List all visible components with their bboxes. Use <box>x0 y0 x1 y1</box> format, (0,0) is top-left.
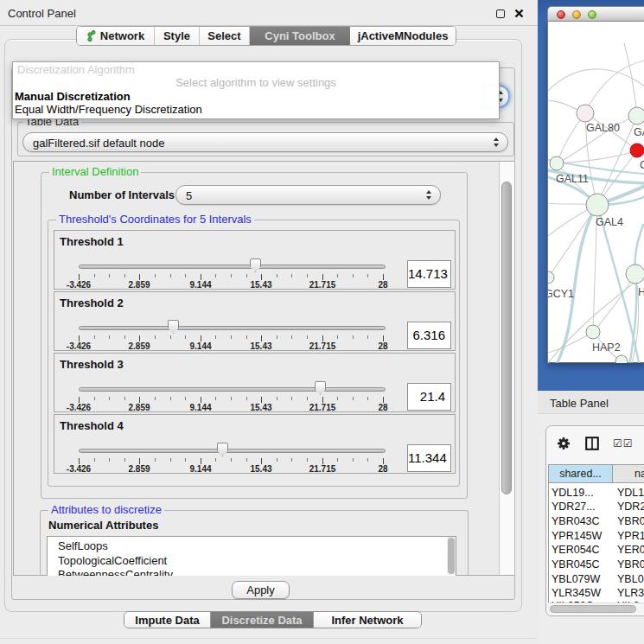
table-hscrollbar[interactable] <box>548 603 644 614</box>
bottom-tabs: Impute Data Discretize Data Infer Networ… <box>124 611 422 628</box>
scrollbar-thumb[interactable] <box>501 182 512 494</box>
close-icon[interactable] <box>514 9 524 18</box>
float-window-icon[interactable] <box>496 10 505 18</box>
threshold-2-label: Threshold 2 <box>60 296 124 309</box>
threshold-1-label: Threshold 1 <box>60 235 124 248</box>
threshold-2-slider-thumb[interactable] <box>168 320 179 334</box>
attributes-group-label: Attributes to discretize <box>48 504 164 516</box>
table-data-combobox[interactable]: galFiltered.sif default node <box>22 132 508 152</box>
threshold-3-value-field[interactable]: 21.4 <box>407 383 451 411</box>
dropdown-option-manual[interactable]: Manual Discretization <box>15 90 131 103</box>
gear-icon[interactable] <box>557 437 571 450</box>
node-label: H <box>638 286 644 298</box>
node-hap2[interactable] <box>586 325 600 339</box>
list-item[interactable]: BetweennessCentrality <box>48 568 456 576</box>
node-table: shared... na YDL19...YDL1 YDR27...YDR2 Y… <box>548 464 644 614</box>
threshold-1-ticks <box>79 274 386 277</box>
control-panel-tabs: Network Style Select Cyni Toolbox jActiv… <box>76 26 456 46</box>
number-of-intervals-combobox[interactable]: 5 <box>175 185 441 205</box>
node-label: GAL11 <box>556 173 589 185</box>
node-gal80[interactable] <box>577 105 594 122</box>
panel-title: Control Panel <box>8 7 76 20</box>
interval-definition-label: Interval Definition <box>49 166 141 178</box>
algorithm-dropdown-popup: Discretization Algorithm Select algorith… <box>12 61 500 119</box>
threshold-2-value-field[interactable]: 6.316 <box>407 322 451 349</box>
threshold-2-panel: Threshold 2 -3.426 2.859 9.144 15.43 21.… <box>54 291 456 351</box>
threshold-4-ticks <box>79 458 386 462</box>
threshold-1-panel: Threshold 1 -3.426 2.859 9.144 15.43 21.… <box>54 230 456 290</box>
tab-jactivemnodules[interactable]: jActiveMNodules <box>350 27 456 45</box>
node-selected-red[interactable] <box>630 143 644 157</box>
numerical-attributes-list[interactable]: SelfLoops TopologicalCoefficient Between… <box>47 536 456 576</box>
divider <box>0 638 536 639</box>
threshold-4-slider-thumb[interactable] <box>217 443 228 456</box>
threshold-1-slider-thumb[interactable] <box>250 258 261 272</box>
threshold-1-value-field[interactable]: 14.713 <box>407 260 451 288</box>
table-row[interactable]: YBR043CYBR0 <box>549 515 644 530</box>
node-gal11[interactable] <box>550 156 564 170</box>
table-hscrollbar-thumb[interactable] <box>550 605 636 613</box>
table-row[interactable]: YBR045CYBR0 <box>549 558 644 573</box>
tab-style[interactable]: Style <box>155 27 200 45</box>
dropdown-option-equal-width[interactable]: Equal Width/Frequency Discretization <box>15 103 202 116</box>
threshold-2-slider-track[interactable] <box>79 326 386 330</box>
control-panel-titlebar: Control Panel <box>0 0 538 26</box>
table-row[interactable]: YER054CYER0 <box>549 544 644 558</box>
table-panel-header: Table Panel <box>538 391 644 414</box>
zoom-traffic-light[interactable] <box>588 10 596 19</box>
table-row[interactable]: YBL079WYBL0 <box>549 573 644 588</box>
list-scrollbar[interactable] <box>447 537 456 575</box>
threshold-3-label: Threshold 3 <box>60 358 124 371</box>
threshold-3-slider-thumb[interactable] <box>315 381 326 395</box>
threshold-4-panel: Threshold 4 -3.426 2.859 9.144 15.43 21.… <box>54 414 456 474</box>
node-gcy1[interactable] <box>548 271 554 284</box>
threshold-3-slider-track[interactable] <box>79 387 386 392</box>
node-label: GCY1 <box>548 288 574 300</box>
tab-select[interactable]: Select <box>200 27 250 45</box>
network-window-titlebar[interactable] <box>547 6 644 22</box>
close-traffic-light[interactable] <box>557 10 565 19</box>
minimize-traffic-light[interactable] <box>572 10 581 19</box>
table-panel-title: Table Panel <box>550 397 609 410</box>
split-columns-icon[interactable] <box>585 437 599 450</box>
threshold-3-panel: Threshold 3 -3.426 2.859 9.144 15.43 21.… <box>54 353 456 412</box>
node-bottom[interactable] <box>615 355 628 363</box>
node-label: GAL80 <box>586 122 620 134</box>
network-canvas[interactable]: GAL80 GA C GAL11 GAL4 GCY1 H HAP2 <box>547 22 644 363</box>
tab-impute-data[interactable]: Impute Data <box>124 612 211 628</box>
threshold-4-label: Threshold 4 <box>60 419 124 432</box>
apply-button[interactable]: Apply <box>232 581 290 599</box>
dropdown-hint: Select algorithm to view settings <box>13 76 499 89</box>
node-ga[interactable] <box>628 107 644 124</box>
node-gal4[interactable] <box>586 194 609 216</box>
network-icon <box>86 30 97 42</box>
tab-network[interactable]: Network <box>77 27 155 45</box>
column-header-name[interactable]: na <box>613 465 644 483</box>
column-header-shared[interactable]: shared... <box>549 465 613 483</box>
table-row[interactable]: YPR145WYPR1 <box>549 530 644 545</box>
node-label: GAL4 <box>596 216 623 228</box>
network-graph: GAL80 GA C GAL11 GAL4 GCY1 H HAP2 <box>548 22 644 363</box>
thresholds-group-label: Threshold's Coordinates for 5 Intervals <box>56 214 254 226</box>
node-label: HAP2 <box>592 341 621 354</box>
tab-cyni-toolbox[interactable]: Cyni Toolbox <box>250 27 350 45</box>
numerical-attributes-label: Numerical Attributes <box>48 519 158 532</box>
threshold-3-ticks <box>79 397 386 400</box>
node-label: C <box>640 159 644 171</box>
discretization-algorithm-label: Discretization Algorithm <box>17 63 135 76</box>
threshold-4-value-field[interactable]: 11.344 <box>407 444 451 472</box>
threshold-1-slider-track[interactable] <box>79 265 386 269</box>
node-label: GA <box>634 126 644 138</box>
tab-discretize-data[interactable]: Discretize Data <box>211 612 314 628</box>
checkbox-icons[interactable]: ☑☑ <box>613 437 634 450</box>
table-row[interactable]: YDL19...YDL1 <box>549 487 644 501</box>
table-row[interactable]: YDR27...YDR2 <box>549 501 644 515</box>
node-h[interactable] <box>626 265 644 284</box>
threshold-4-slider-track[interactable] <box>79 449 386 453</box>
number-of-intervals-label: Number of Intervals <box>69 188 175 201</box>
list-item[interactable]: SelfLoops <box>48 539 456 554</box>
threshold-2-ticks <box>79 335 386 339</box>
tab-infer-network[interactable]: Infer Network <box>314 612 421 628</box>
list-item[interactable]: TopologicalCoefficient <box>48 554 456 569</box>
